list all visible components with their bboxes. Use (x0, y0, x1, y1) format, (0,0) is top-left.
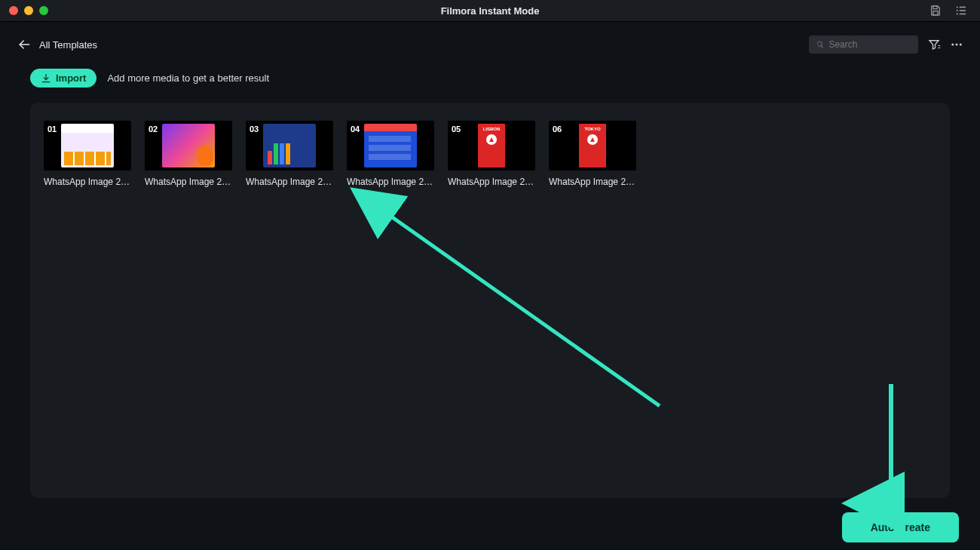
badge: 05 (452, 124, 461, 134)
badge: 03 (250, 124, 259, 134)
svg-point-4 (957, 10, 958, 11)
badge: 01 (47, 124, 57, 134)
svg-rect-5 (960, 10, 966, 11)
window-controls (0, 6, 48, 15)
search-box[interactable] (809, 35, 918, 54)
media-item-label: WhatsApp Image 202… (448, 177, 535, 187)
filter-icon[interactable] (927, 38, 941, 51)
minimize-window-button[interactable] (24, 6, 33, 15)
svg-point-2 (957, 6, 958, 8)
svg-rect-3 (960, 7, 966, 8)
svg-point-10 (960, 44, 962, 46)
media-item[interactable]: 06 WhatsApp Image 202… (549, 121, 636, 187)
badge: 02 (149, 124, 158, 134)
media-item-label: WhatsApp Image 202… (145, 177, 232, 187)
svg-rect-1 (933, 11, 938, 15)
svg-rect-7 (960, 14, 966, 15)
import-button[interactable]: Import (30, 69, 96, 88)
save-icon[interactable] (929, 4, 942, 17)
media-item[interactable]: 03 WhatsApp Image 202… (246, 121, 333, 187)
media-item-label: WhatsApp Image 202… (549, 177, 636, 187)
list-icon[interactable] (954, 4, 968, 17)
hint-text: Add more media to get a better result (107, 72, 269, 84)
app-title: Filmora Instant Mode (441, 5, 540, 17)
svg-point-6 (957, 13, 958, 14)
media-item-label: WhatsApp Image 202… (44, 177, 131, 187)
media-item-label: WhatsApp Image 202… (347, 177, 434, 187)
close-window-button[interactable] (9, 6, 18, 15)
media-item[interactable]: 04 WhatsApp Image 202… (347, 121, 434, 187)
auto-create-button[interactable]: Auto Create (842, 512, 959, 542)
media-item[interactable]: 02 WhatsApp Image 202… (145, 121, 232, 187)
back-button[interactable]: All Templates (17, 37, 97, 52)
badge: 06 (553, 124, 562, 134)
toolbar: All Templates (0, 22, 980, 54)
titlebar: Filmora Instant Mode (0, 0, 980, 21)
search-input[interactable] (828, 39, 911, 50)
svg-point-9 (956, 44, 958, 46)
svg-rect-0 (933, 6, 937, 9)
media-item-label: WhatsApp Image 202… (246, 177, 333, 187)
zoom-window-button[interactable] (39, 6, 48, 15)
more-icon[interactable] (950, 38, 963, 51)
back-label: All Templates (39, 39, 97, 51)
import-label: Import (56, 72, 86, 84)
media-panel: 01 WhatsApp Image 202… 02 WhatsApp Image… (30, 103, 950, 498)
media-item[interactable]: 01 WhatsApp Image 202… (44, 121, 131, 187)
svg-point-8 (951, 44, 954, 46)
media-item[interactable]: 05 WhatsApp Image 202… (448, 121, 535, 187)
badge: 04 (351, 124, 360, 134)
